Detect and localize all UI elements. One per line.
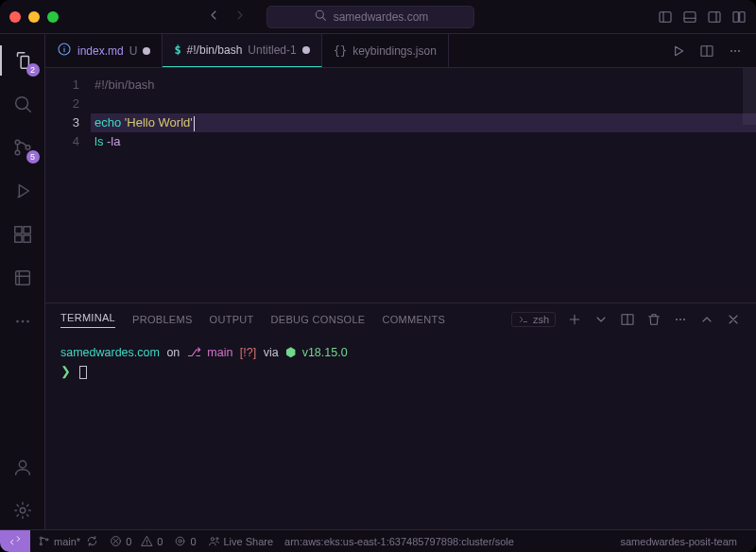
code-line[interactable] (91, 95, 756, 113)
tab-untitled-bash[interactable]: $ #!/bin/bash Untitled-1 (163, 34, 321, 67)
remote-indicator[interactable] (0, 530, 30, 553)
status-context2[interactable]: samedwardes-posit-team (621, 536, 738, 547)
panel-tab-comments[interactable]: COMMENTS (382, 314, 445, 325)
titlebar-right (658, 9, 747, 25)
tab-label: index.md (77, 44, 124, 58)
more-icon[interactable] (673, 312, 688, 327)
scm-badge: 5 (26, 150, 40, 164)
terminal-prompt-line: samedwardes.com on ⎇ main [!?] via ⬢ v18… (60, 343, 741, 362)
svg-point-16 (16, 320, 19, 323)
status-branch[interactable]: main* (38, 535, 98, 547)
tab-dirty-dot (143, 47, 150, 55)
info-icon (57, 42, 72, 60)
close-panel-icon[interactable] (726, 312, 741, 327)
terminal-cursor (79, 366, 87, 379)
shell-selector[interactable]: zsh (511, 312, 556, 327)
svg-point-37 (215, 538, 217, 540)
svg-point-25 (738, 50, 740, 52)
svg-rect-3 (709, 11, 720, 22)
status-problems[interactable]: 0 0 (110, 535, 163, 547)
svg-rect-11 (14, 227, 21, 233)
code-line[interactable]: ls -la (91, 132, 756, 151)
maximize-panel-icon[interactable] (699, 312, 714, 327)
activity-debug[interactable] (0, 172, 45, 210)
new-terminal-icon[interactable] (567, 312, 582, 327)
svg-point-19 (19, 461, 26, 468)
svg-point-29 (683, 319, 685, 320)
prompt-node: v18.15.0 (302, 346, 348, 359)
svg-point-18 (26, 320, 29, 323)
status-ports[interactable]: 0 (174, 535, 196, 547)
status-errors: 0 (126, 536, 131, 547)
activity-extensions[interactable] (0, 216, 45, 253)
code-line[interactable]: #!/bin/bash (91, 76, 756, 95)
svg-point-0 (316, 10, 323, 18)
svg-point-20 (20, 508, 26, 513)
code-body[interactable]: #!/bin/bashecho 'Hello World'ls -la (91, 68, 756, 302)
panel-tab-debug[interactable]: DEBUG CONSOLE (271, 314, 366, 325)
maximize-window[interactable] (47, 11, 59, 23)
more-actions-icon[interactable] (728, 43, 743, 59)
nav-forward-icon[interactable] (232, 8, 248, 26)
activity-explorer[interactable]: 2 (0, 42, 45, 79)
status-branch-label: main* (54, 536, 80, 547)
tab-dirty-dot (302, 46, 310, 54)
editor-cursor (194, 116, 195, 131)
tab-modifier: U (129, 44, 138, 58)
minimap[interactable] (743, 68, 756, 125)
activity-library[interactable] (0, 259, 45, 297)
svg-point-23 (730, 50, 732, 52)
tab-label: keybindings.json (352, 44, 437, 58)
status-bar: main* 0 0 0 Live Share arn:aws:eks:us-ea… (0, 529, 756, 552)
panel-tab-terminal[interactable]: TERMINAL (60, 312, 115, 328)
panel-tab-output[interactable]: OUTPUT (210, 314, 254, 325)
app-window: samedwardes.com 2 5 (0, 0, 756, 552)
split-editor-icon[interactable] (699, 43, 714, 59)
panel-tabs: TERMINAL PROBLEMS OUTPUT DEBUG CONSOLE C… (45, 303, 756, 336)
nav-arrows (206, 8, 248, 26)
panel-left-icon[interactable] (658, 9, 673, 25)
svg-rect-15 (15, 271, 29, 285)
activity-more[interactable] (0, 302, 45, 340)
status-liveshare[interactable]: Live Share (208, 535, 274, 547)
svg-rect-1 (660, 11, 671, 22)
code-line[interactable]: echo 'Hello World' (91, 113, 756, 132)
minimize-window[interactable] (28, 11, 40, 23)
main-area: 2 5 (0, 34, 756, 529)
activity-settings[interactable] (0, 492, 45, 529)
svg-point-24 (734, 50, 736, 52)
svg-point-35 (177, 537, 185, 545)
tab-index-md[interactable]: index.md U (45, 34, 163, 67)
terminal-input-line: ❯ (60, 362, 741, 381)
split-terminal-icon[interactable] (620, 312, 635, 327)
svg-point-34 (179, 540, 181, 543)
svg-rect-12 (14, 235, 21, 242)
panel-right-icon[interactable] (707, 9, 722, 25)
editor-tabs: index.md U $ #!/bin/bash Untitled-1 {} k… (45, 34, 756, 68)
svg-rect-2 (684, 11, 696, 22)
svg-point-36 (211, 538, 214, 541)
activity-search[interactable] (0, 85, 45, 123)
tab-prefix: #!/bin/bash (187, 43, 243, 57)
dollar-icon: $ (174, 43, 180, 57)
close-window[interactable] (9, 11, 21, 23)
nav-back-icon[interactable] (206, 8, 221, 26)
layout-icon[interactable] (731, 9, 747, 25)
status-liveshare-label: Live Share (224, 536, 274, 547)
svg-rect-5 (740, 11, 745, 22)
terminal-body[interactable]: samedwardes.com on ⎇ main [!?] via ⬢ v18… (45, 336, 756, 529)
activity-account[interactable] (0, 448, 45, 486)
tab-keybindings[interactable]: {} keybindings.json (322, 34, 449, 67)
panel-bottom-icon[interactable] (682, 9, 697, 25)
panel-tab-problems[interactable]: PROBLEMS (132, 314, 193, 325)
trash-icon[interactable] (646, 312, 662, 327)
command-center[interactable]: samedwardes.com (266, 6, 474, 28)
titlebar: samedwardes.com (0, 0, 756, 34)
prompt-flags: [!?] (240, 346, 256, 359)
run-icon[interactable] (671, 43, 686, 59)
code-editor[interactable]: 1234 #!/bin/bashecho 'Hello World'ls -la (45, 68, 756, 302)
svg-rect-4 (733, 11, 738, 22)
activity-scm[interactable]: 5 (0, 129, 45, 166)
status-context[interactable]: arn:aws:eks:us-east-1:637485797898:clust… (284, 536, 612, 547)
chevron-down-icon[interactable] (593, 312, 609, 327)
